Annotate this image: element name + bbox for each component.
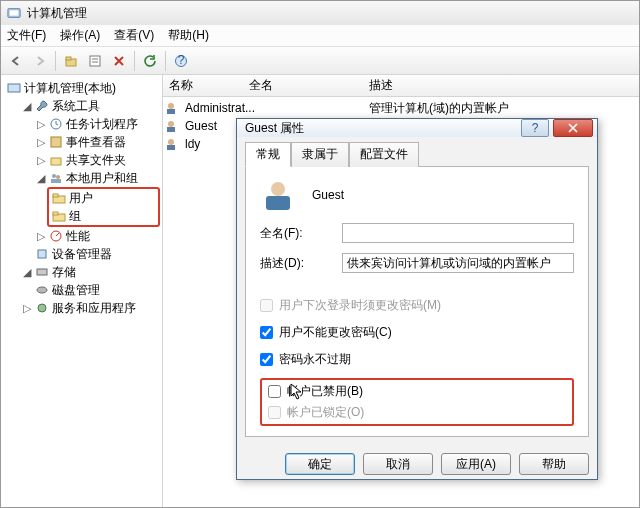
menu-file[interactable]: 文件(F) xyxy=(7,27,46,44)
list-header: 名称 全名 描述 xyxy=(163,75,639,97)
svg-rect-9 xyxy=(8,84,20,92)
svg-point-32 xyxy=(271,182,285,196)
main-titlebar: 计算机管理 xyxy=(1,1,639,25)
refresh-button[interactable] xyxy=(139,50,161,72)
svg-rect-11 xyxy=(51,137,61,147)
menubar: 文件(F) 操作(A) 查看(V) 帮助(H) xyxy=(1,25,639,47)
menu-view[interactable]: 查看(V) xyxy=(114,27,154,44)
svg-rect-12 xyxy=(51,158,61,165)
collapse-icon[interactable]: ◢ xyxy=(35,172,46,185)
user-icon xyxy=(163,119,179,133)
tab-profile[interactable]: 配置文件 xyxy=(349,142,419,167)
apply-button[interactable]: 应用(A) xyxy=(441,453,511,475)
back-button[interactable] xyxy=(5,50,27,72)
help-button[interactable]: ? xyxy=(170,50,192,72)
svg-point-14 xyxy=(56,175,60,179)
close-button[interactable] xyxy=(553,119,593,137)
perf-icon xyxy=(49,229,63,243)
disk-icon xyxy=(35,283,49,297)
event-icon xyxy=(49,135,63,149)
col-fullname[interactable]: 全名 xyxy=(243,77,363,94)
svg-point-27 xyxy=(168,121,174,127)
tree-task-scheduler[interactable]: ▷任务计划程序 xyxy=(33,115,160,133)
svg-rect-19 xyxy=(53,212,58,215)
tab-memberof[interactable]: 隶属于 xyxy=(291,142,349,167)
svg-rect-15 xyxy=(51,179,61,183)
fullname-input[interactable] xyxy=(342,223,574,243)
collapse-icon[interactable]: ◢ xyxy=(21,266,32,279)
svg-text:?: ? xyxy=(532,123,539,133)
help-button[interactable]: 帮助 xyxy=(519,453,589,475)
svg-rect-26 xyxy=(167,109,175,114)
services-icon xyxy=(35,301,49,315)
nav-tree[interactable]: 计算机管理(本地) ◢ 系统工具 ▷任务计划程序 ▷事件查看器 xyxy=(1,75,163,507)
ok-button[interactable]: 确定 xyxy=(285,453,355,475)
help-button[interactable]: ? xyxy=(521,119,549,137)
svg-point-13 xyxy=(52,174,56,178)
tree-disk-management[interactable]: 磁盘管理 xyxy=(33,281,160,299)
tree-performance[interactable]: ▷性能 xyxy=(33,227,160,245)
users-icon xyxy=(49,171,63,185)
user-icon xyxy=(163,137,179,151)
forward-button[interactable] xyxy=(29,50,51,72)
checkbox-must-change: 用户下次登录时须更改密码(M) xyxy=(260,297,574,314)
tree-root[interactable]: 计算机管理(本地) xyxy=(5,79,160,97)
svg-rect-17 xyxy=(53,194,58,197)
expand-icon[interactable]: ▷ xyxy=(35,136,46,149)
wrench-icon xyxy=(35,99,49,113)
highlight-users: 用户 组 xyxy=(47,187,160,227)
up-button[interactable] xyxy=(60,50,82,72)
col-name[interactable]: 名称 xyxy=(163,77,243,94)
dialog-title-text: Guest 属性 xyxy=(245,120,304,137)
cursor-icon xyxy=(290,383,304,401)
menu-help[interactable]: 帮助(H) xyxy=(168,27,209,44)
expand-icon[interactable]: ▷ xyxy=(21,302,32,315)
tree-event-viewer[interactable]: ▷事件查看器 xyxy=(33,133,160,151)
checkbox-cannot-change[interactable]: 用户不能更改密码(C) xyxy=(260,324,574,341)
tree-shared-folders[interactable]: ▷共享文件夹 xyxy=(33,151,160,169)
tab-general[interactable]: 常规 xyxy=(245,142,291,167)
svg-point-29 xyxy=(168,139,174,145)
properties-button[interactable] xyxy=(84,50,106,72)
tab-strip: 常规 隶属于 配置文件 xyxy=(245,141,589,166)
expand-icon[interactable]: ▷ xyxy=(35,154,46,167)
expand-icon[interactable]: ▷ xyxy=(35,118,46,131)
list-row[interactable]: Administrat... 管理计算机(域)的内置帐户 xyxy=(163,99,639,117)
tree-users[interactable]: 用户 xyxy=(50,189,157,207)
highlight-disabled: 帐户已禁用(B) 帐户已锁定(O) xyxy=(260,378,574,426)
user-large-icon xyxy=(260,177,296,213)
tree-device-manager[interactable]: 设备管理器 xyxy=(33,245,160,263)
expand-icon[interactable]: ▷ xyxy=(35,230,46,243)
svg-point-24 xyxy=(38,304,46,312)
col-description[interactable]: 描述 xyxy=(363,77,639,94)
svg-rect-4 xyxy=(90,56,100,66)
svg-text:?: ? xyxy=(178,54,185,67)
tree-system-tools[interactable]: ◢ 系统工具 xyxy=(19,97,160,115)
toolbar: ? xyxy=(1,47,639,75)
tree-storage[interactable]: ◢存储 xyxy=(19,263,160,281)
user-icon xyxy=(163,101,179,115)
description-input[interactable] xyxy=(342,253,574,273)
account-name: Guest xyxy=(312,188,344,202)
menu-action[interactable]: 操作(A) xyxy=(60,27,100,44)
svg-point-23 xyxy=(37,287,47,293)
dialog-buttons: 确定 取消 应用(A) 帮助 xyxy=(237,445,597,485)
checkbox-disabled[interactable]: 帐户已禁用(B) xyxy=(268,383,566,400)
collapse-icon[interactable]: ◢ xyxy=(21,100,32,113)
svg-rect-28 xyxy=(167,127,175,132)
storage-icon xyxy=(35,265,49,279)
delete-button[interactable] xyxy=(108,50,130,72)
cancel-button[interactable]: 取消 xyxy=(363,453,433,475)
tree-groups[interactable]: 组 xyxy=(50,207,157,225)
dialog-titlebar[interactable]: Guest 属性 ? xyxy=(237,119,597,137)
app-icon xyxy=(7,6,21,20)
tree-services-apps[interactable]: ▷服务和应用程序 xyxy=(19,299,160,317)
guest-properties-dialog: Guest 属性 ? 常规 隶属于 配置文件 Guest 全名(F): 描述(D… xyxy=(236,118,598,480)
checkbox-never-expire[interactable]: 密码永不过期 xyxy=(260,351,574,368)
tree-local-users-groups[interactable]: ◢本地用户和组 xyxy=(33,169,160,187)
clock-icon xyxy=(49,117,63,131)
computer-icon xyxy=(7,81,21,95)
svg-rect-33 xyxy=(266,196,290,210)
description-label: 描述(D): xyxy=(260,255,338,272)
svg-rect-30 xyxy=(167,145,175,150)
